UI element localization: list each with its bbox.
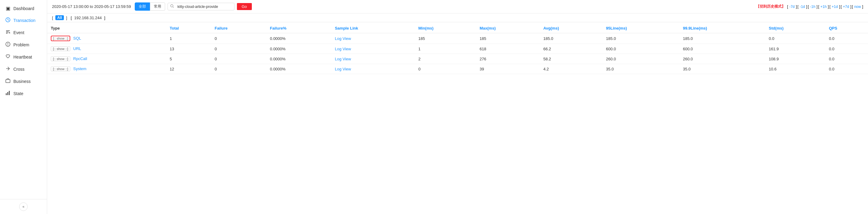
- cell-qps: 0.0: [825, 33, 868, 44]
- log-view-link[interactable]: Log View: [335, 67, 351, 71]
- btn-common[interactable]: 常用: [150, 2, 165, 11]
- table-row: [:: show ::] URL 13 0 0.0000% Log View 1…: [47, 44, 868, 54]
- sidebar-collapse[interactable]: «: [0, 199, 47, 214]
- cell-sample-link: Log View: [331, 44, 415, 54]
- time-link-plus7d[interactable]: +7d: [842, 5, 850, 9]
- time-bracket-close3: ]: [816, 5, 817, 9]
- sidebar-label-state: State: [13, 91, 23, 96]
- cell-failure: 0: [211, 64, 267, 74]
- cell-std: 10.6: [765, 64, 826, 74]
- cell-max: 185: [476, 33, 539, 44]
- tag-all[interactable]: All: [55, 15, 64, 20]
- cell-min: 0: [414, 64, 476, 74]
- heartbeat-icon: [5, 54, 11, 60]
- sidebar-label-heartbeat: Heartbeat: [13, 55, 32, 59]
- svg-point-4: [8, 45, 8, 46]
- cell-qps: 0.0: [825, 54, 868, 64]
- search-input[interactable]: [177, 3, 225, 10]
- time-link-minus1h[interactable]: -1h: [809, 5, 816, 9]
- cell-avg: 66.2: [539, 44, 602, 54]
- search-box: [167, 3, 235, 10]
- sidebar-item-heartbeat[interactable]: Heartbeat: [0, 51, 47, 63]
- time-bracket-close4: ]: [828, 5, 829, 9]
- go-button[interactable]: Go: [237, 3, 252, 10]
- show-button[interactable]: [:: show ::]: [51, 56, 70, 61]
- show-button[interactable]: [:: show ::]: [51, 36, 70, 41]
- svg-rect-7: [7, 92, 8, 95]
- sidebar-label-transaction: Transaction: [13, 18, 36, 23]
- cell-sample-link: Log View: [331, 54, 415, 64]
- cell-sample-link: Log View: [331, 33, 415, 44]
- sidebar-item-state[interactable]: State: [0, 87, 47, 100]
- col-min: Min(ms): [414, 24, 476, 33]
- log-view-link[interactable]: Log View: [335, 36, 351, 41]
- time-bracket-open5: [: [829, 5, 830, 9]
- sidebar-item-dashboard[interactable]: ▣ Dashboard: [0, 2, 47, 14]
- type-link[interactable]: RpcCall: [73, 56, 87, 61]
- svg-rect-8: [9, 91, 10, 95]
- time-link-plus1d[interactable]: +1d: [831, 5, 838, 9]
- transaction-icon: [5, 17, 11, 24]
- cell-p95: 260.0: [602, 54, 679, 64]
- log-view-link[interactable]: Log View: [335, 57, 351, 61]
- show-button[interactable]: [:: show ::]: [51, 46, 70, 51]
- time-link-plus1h[interactable]: +1h: [820, 5, 827, 9]
- collapse-button[interactable]: «: [19, 203, 28, 211]
- col-failure-pct: Failure%: [267, 24, 331, 33]
- time-bracket-close: ]: [796, 5, 797, 9]
- time-bracket-open: [: [787, 5, 788, 9]
- time-bracket-open3: [: [808, 5, 809, 9]
- filter-row: [ All ] [ 192.168.31.244 ]: [47, 14, 868, 22]
- sidebar-label-dashboard: Dashboard: [13, 6, 34, 11]
- time-link-now[interactable]: now: [854, 5, 862, 9]
- col-std: Std(ms): [765, 24, 826, 33]
- col-type: Type: [47, 24, 166, 33]
- btn-all[interactable]: 全部: [135, 2, 150, 11]
- state-icon: [5, 90, 11, 97]
- time-bracket-open2: [: [798, 5, 798, 9]
- svg-line-10: [173, 7, 174, 8]
- time-link-minus7d[interactable]: -7d: [788, 5, 795, 9]
- svg-marker-1: [8, 32, 10, 33]
- cell-std: 0.0: [765, 33, 826, 44]
- cell-avg: 4.2: [539, 64, 602, 74]
- sidebar-item-problem[interactable]: Problem: [0, 39, 47, 51]
- sidebar-item-cross[interactable]: Cross: [0, 63, 47, 75]
- type-link[interactable]: SQL: [73, 36, 81, 41]
- col-p999: 99.9Line(ms): [679, 24, 765, 33]
- type-link[interactable]: URL: [73, 46, 81, 51]
- cell-p999: 35.0: [679, 64, 765, 74]
- time-bracket-close6: ]: [850, 5, 851, 9]
- cell-type: [:: show ::] SQL: [47, 33, 166, 44]
- topbar: 2020-05-17 13:00:00 to 2020-05-17 13:59:…: [47, 0, 868, 14]
- col-avg: Avg(ms): [539, 24, 602, 33]
- search-icon: [168, 3, 177, 10]
- log-view-link[interactable]: Log View: [335, 47, 351, 51]
- time-bracket-open6: [: [841, 5, 841, 9]
- cell-p95: 35.0: [602, 64, 679, 74]
- cell-failure-pct: 0.0000%: [267, 33, 331, 44]
- cell-max: 39: [476, 64, 539, 74]
- cell-std: 108.9: [765, 54, 826, 64]
- history-mode-label[interactable]: 【切到历史模式】: [756, 4, 785, 9]
- cell-total: 12: [166, 64, 211, 74]
- filter-ip: 192.168.31.244: [74, 16, 101, 20]
- cell-sample-link: Log View: [331, 64, 415, 74]
- sidebar-item-business[interactable]: Business: [0, 75, 47, 87]
- time-bracket-open7: [: [852, 5, 853, 9]
- table-header-row: Type Total Failure Failure% Sample Link …: [47, 24, 868, 33]
- sidebar-item-event[interactable]: Event: [0, 27, 47, 39]
- col-sample-link: Sample Link: [331, 24, 415, 33]
- show-button[interactable]: [:: show ::]: [51, 66, 70, 71]
- cell-type: [:: show ::] RpcCall: [47, 54, 166, 64]
- sidebar: ▣ Dashboard Transaction Event Problem He…: [0, 0, 47, 214]
- cell-max: 276: [476, 54, 539, 64]
- filter-btn-group: 全部 常用: [135, 2, 165, 11]
- cell-p999: 600.0: [679, 44, 765, 54]
- sidebar-item-transaction[interactable]: Transaction: [0, 14, 47, 27]
- cell-failure: 0: [211, 44, 267, 54]
- type-link[interactable]: System: [73, 66, 86, 71]
- sidebar-label-cross: Cross: [13, 67, 25, 72]
- time-link-minus1d[interactable]: -1d: [799, 5, 805, 9]
- table-row: [:: show ::] System 12 0 0.0000% Log Vie…: [47, 64, 868, 74]
